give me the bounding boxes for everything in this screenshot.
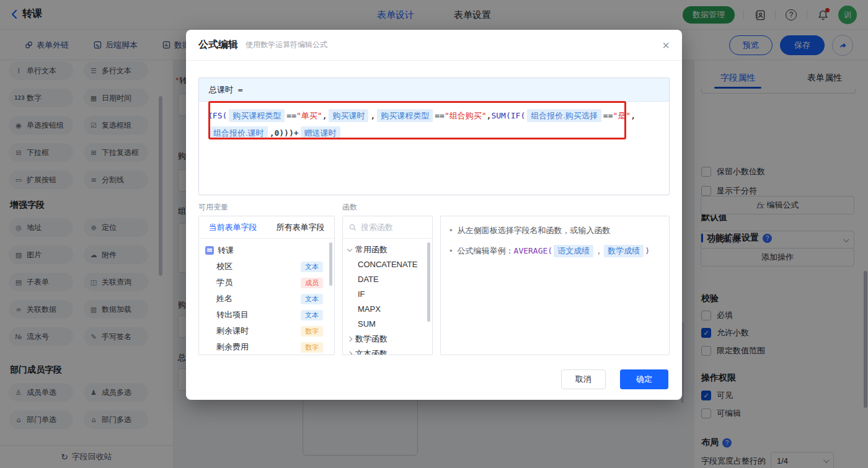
field-chip[interactable]: 赠送课时	[301, 126, 340, 139]
hint-line: • 从左侧面板选择字段名和函数，或输入函数	[441, 216, 669, 237]
formula-operator: ,0)))+	[270, 128, 299, 138]
formula-input-area[interactable]: IFS(购买课程类型=="单买",购买课时,购买课程类型=="组合购买",SUM…	[199, 102, 669, 148]
field-chip[interactable]: 购买课程类型	[229, 109, 285, 122]
field-type-badge: 数字	[301, 326, 323, 337]
function-item[interactable]: SUM	[343, 317, 432, 332]
function-item[interactable]: IF	[343, 287, 432, 302]
variable-item[interactable]: 学员成员	[199, 275, 334, 291]
variable-item[interactable]: 校区文本	[199, 258, 334, 275]
field-type-badge: 成员	[301, 278, 323, 288]
functions-panel: 常用函数 CONCATENATE DATE IF MAPX SUM 数学函数 文…	[342, 216, 433, 355]
field-type-badge: 文本	[301, 262, 323, 272]
tab-all-form-fields[interactable]: 所有表单字段	[267, 216, 334, 238]
function-group-math[interactable]: 数学函数	[343, 332, 432, 347]
modal-subtitle: 使用数学运算符编辑公式	[246, 40, 327, 50]
tab-current-form-fields[interactable]: 当前表单字段	[199, 216, 267, 238]
hint-example-line: • 公式编辑举例：AVERAGE(语文成绩，数学成绩)	[441, 237, 669, 257]
formula-function: IFS(	[208, 111, 227, 120]
formula-operator: ==	[286, 111, 296, 120]
chevron-down-icon	[347, 246, 352, 251]
confirm-button[interactable]: 确定	[620, 369, 668, 389]
formula-operator: ==	[435, 111, 445, 120]
field-type-badge: 文本	[301, 310, 323, 320]
formula-result-label: 总课时 =	[199, 78, 669, 102]
example-field-chip: 数学成绩	[604, 245, 644, 257]
function-search-input[interactable]	[361, 223, 423, 232]
formula-operator: ,	[370, 111, 375, 120]
chevron-right-icon	[347, 337, 352, 342]
field-chip[interactable]: 购买课时	[329, 109, 368, 122]
variable-item[interactable]: 剩余费用数字	[199, 339, 334, 355]
formula-function: SUM(IF(	[491, 111, 525, 120]
field-chip[interactable]: 组合报价.购买选择	[527, 109, 601, 122]
formula-editor[interactable]: 总课时 = IFS(购买课程类型=="单买",购买课时,购买课程类型=="组合购…	[198, 77, 670, 195]
close-icon[interactable]: ×	[662, 39, 670, 51]
function-item[interactable]: DATE	[343, 272, 432, 287]
functions-label: 函数	[342, 202, 357, 213]
example-field-chip: 语文成绩	[554, 245, 593, 257]
function-item[interactable]: MAPX	[343, 302, 432, 317]
formula-string: "是"	[613, 111, 631, 120]
function-item[interactable]: CONCATENATE	[343, 257, 432, 272]
formula-operator: ==	[603, 111, 613, 120]
function-group-text[interactable]: 文本函数	[343, 347, 432, 355]
variable-item[interactable]: 转出项目文本	[199, 307, 334, 323]
function-search[interactable]	[343, 216, 432, 239]
function-group-common[interactable]: 常用函数	[343, 242, 432, 257]
form-doc-icon	[205, 246, 214, 255]
search-icon	[349, 224, 356, 231]
formula-string: "单买"	[296, 111, 322, 120]
variable-item[interactable]: 姓名文本	[199, 291, 334, 307]
formula-editor-modal: 公式编辑 使用数学运算符编辑公式 × 总课时 = IFS(购买课程类型=="单买…	[186, 30, 682, 400]
chevron-right-icon	[347, 351, 352, 355]
example-function: AVERAGE(	[514, 246, 553, 255]
field-chip[interactable]: 组合报价.课时	[210, 126, 268, 139]
formula-string: "组合购买"	[445, 111, 487, 120]
variables-scrollbar[interactable]	[329, 242, 332, 286]
cancel-button[interactable]: 取消	[561, 369, 606, 389]
field-type-badge: 数字	[301, 342, 323, 353]
formula-line: IFS(购买课程类型=="单买",购买课时,购买课程类型=="组合购买",SUM…	[208, 107, 660, 125]
formula-operator: ,	[631, 111, 636, 120]
formula-operator: ,	[322, 111, 327, 120]
variables-label: 可用变量	[198, 202, 228, 213]
field-type-badge: 文本	[301, 294, 323, 304]
field-chip[interactable]: 购买课程类型	[377, 109, 433, 122]
variable-item[interactable]: 剩余课时数字	[199, 323, 334, 339]
variables-panel: 当前表单字段 所有表单字段 转课 校区文本 学员成员 姓名文本 转出项目文本 剩…	[198, 216, 335, 355]
variable-tree-root[interactable]: 转课	[199, 242, 334, 258]
functions-scrollbar[interactable]	[427, 242, 430, 322]
hint-panel: • 从左侧面板选择字段名和函数，或输入函数 • 公式编辑举例：AVERAGE(语…	[440, 216, 670, 355]
formula-line: 组合报价.课时,0)))+赠送课时	[208, 125, 660, 142]
modal-title: 公式编辑	[198, 38, 238, 51]
